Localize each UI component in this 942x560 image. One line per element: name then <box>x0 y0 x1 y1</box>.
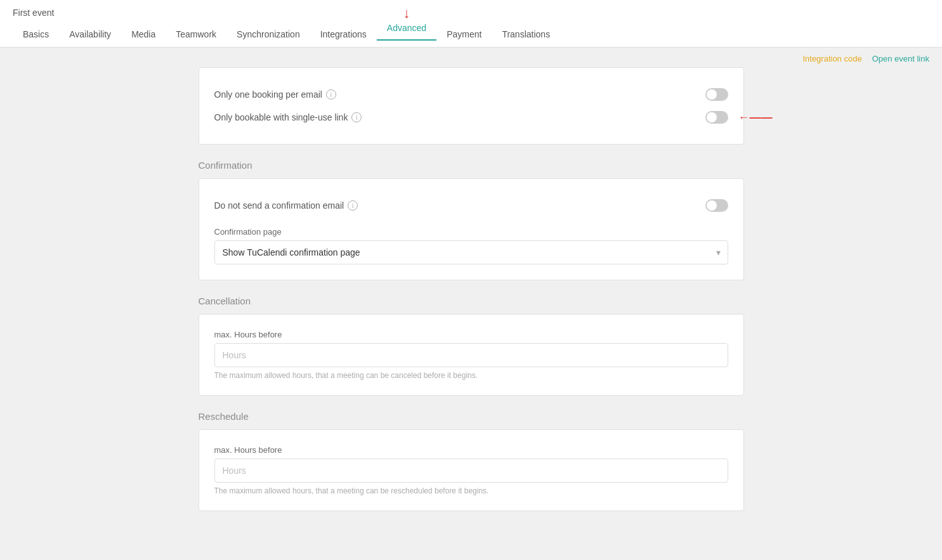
cancellation-card: max. Hours before The maximum allowed ho… <box>199 314 744 396</box>
reschedule-max-hours-label: max. Hours before <box>214 445 728 455</box>
reschedule-hours-input[interactable] <box>214 459 728 483</box>
single-use-link-toggle-track[interactable] <box>705 111 728 124</box>
cancellation-hours-input[interactable] <box>214 343 728 367</box>
no-email-toggle-track[interactable] <box>705 199 728 212</box>
confirmation-card: Do not send a confirmation email i Confi… <box>199 178 744 280</box>
one-per-email-label: Only one booking per email i <box>214 89 336 100</box>
one-per-email-toggle-track[interactable] <box>705 88 728 101</box>
tab-basics[interactable]: Basics <box>13 23 59 47</box>
integration-code-link[interactable]: Integration code <box>802 54 861 63</box>
cancellation-max-hours-label: max. Hours before <box>214 330 728 339</box>
no-email-info-icon[interactable]: i <box>348 200 358 211</box>
down-arrow-indicator: ↓ <box>403 5 410 22</box>
one-per-email-row: Only one booking per email i <box>214 83 728 106</box>
main-content: Only one booking per email i Only bookab… <box>186 67 757 552</box>
top-links-bar: Integration code Open event link <box>0 48 942 67</box>
right-arrow-indicator: ←—— <box>738 111 773 124</box>
single-use-link-text: Only bookable with single-use link <box>214 112 348 122</box>
confirmation-page-select[interactable]: Show TuCalendi confirmation page Custom … <box>214 240 728 264</box>
one-per-email-info-icon[interactable]: i <box>326 89 336 100</box>
tab-advanced-wrapper: ↓ Advanced <box>377 23 436 47</box>
one-per-email-toggle[interactable] <box>705 88 728 101</box>
single-use-link-toggle-wrapper: ←—— <box>705 111 728 124</box>
confirmation-section-title: Confirmation <box>199 160 744 171</box>
tab-media[interactable]: Media <box>121 23 166 47</box>
tab-teamwork[interactable]: Teamwork <box>166 23 226 47</box>
reschedule-card: max. Hours before The maximum allowed ho… <box>199 429 744 511</box>
no-email-toggle[interactable] <box>705 199 728 212</box>
tab-translations[interactable]: Translations <box>492 23 560 47</box>
single-use-link-toggle[interactable] <box>705 111 728 124</box>
no-email-row: Do not send a confirmation email i <box>214 194 728 217</box>
cancellation-hint: The maximum allowed hours, that a meetin… <box>214 371 728 380</box>
tab-synchronization[interactable]: Synchronization <box>226 23 310 47</box>
cancellation-section-title: Cancellation <box>199 296 744 306</box>
no-email-label: Do not send a confirmation email i <box>214 200 358 211</box>
no-email-text: Do not send a confirmation email <box>214 200 344 211</box>
open-event-link[interactable]: Open event link <box>872 54 929 63</box>
single-use-link-label: Only bookable with single-use link i <box>214 112 362 122</box>
reschedule-section-title: Reschedule <box>199 411 744 422</box>
one-per-email-text: Only one booking per email <box>214 89 322 100</box>
event-title: First event <box>13 0 929 18</box>
confirmation-page-select-wrapper: Show TuCalendi confirmation page Custom … <box>214 240 728 264</box>
booking-card: Only one booking per email i Only bookab… <box>199 67 744 145</box>
confirmation-page-label: Confirmation page <box>214 227 728 237</box>
confirmation-page-section: Confirmation page Show TuCalendi confirm… <box>214 227 728 264</box>
single-use-link-info-icon[interactable]: i <box>351 112 362 122</box>
reschedule-hint: The maximum allowed hours, that a meetin… <box>214 486 728 495</box>
nav-tabs: Basics Availability Media Teamwork Synch… <box>13 18 929 47</box>
tab-integrations[interactable]: Integrations <box>310 23 377 47</box>
single-use-link-row: Only bookable with single-use link i ←—— <box>214 106 728 129</box>
tab-availability[interactable]: Availability <box>59 23 121 47</box>
tab-payment[interactable]: Payment <box>436 23 492 47</box>
